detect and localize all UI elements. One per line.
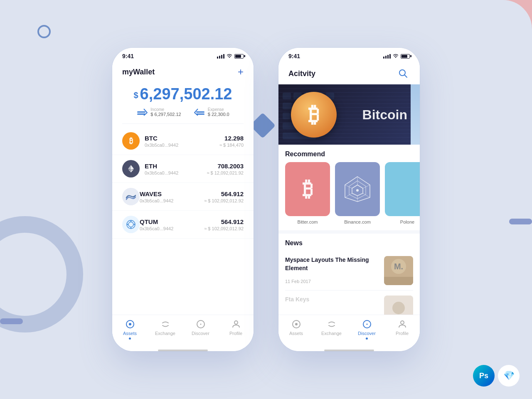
- crypto-item-qtum[interactable]: QTUM 0x3b5ca0...9442 564.912 ≈ $ 102,092…: [112, 211, 254, 239]
- svg-point-12: [127, 224, 128, 225]
- svg-rect-26: [283, 103, 292, 109]
- bitter-label: Bitter.com: [298, 219, 318, 224]
- eth-value: 708.2003 ≈ $ 12,092,021.92: [207, 163, 244, 175]
- status-icons-1: [217, 53, 244, 59]
- bottom-nav-1: Assets Exchange Discover: [112, 315, 254, 348]
- recommend-item-polone[interactable]: Polone: [385, 162, 420, 224]
- bitter-card: ₿: [285, 162, 330, 216]
- svg-point-13: [134, 224, 135, 225]
- btc-icon: ₿: [122, 132, 140, 150]
- status-time-2: 9:41: [288, 53, 300, 59]
- news-item-1[interactable]: Myspace Layouts The Missing Element 11 F…: [285, 251, 413, 291]
- assets-icon-2: [291, 319, 301, 329]
- exchange-icon-1: [160, 319, 170, 329]
- crypto-item-btc[interactable]: ₿ BTC 0x3b5ca0...9442 12.298 ≈ $ 184,470: [112, 127, 254, 155]
- waves-usd: ≈ $ 102,092,012.92: [204, 198, 244, 203]
- discover-icon-2: [362, 319, 372, 329]
- battery-icon-2: [401, 54, 410, 59]
- recommend-section: Recommend ₿ Bitter.com: [278, 145, 420, 230]
- news-section: News Myspace Layouts The Missing Element…: [278, 234, 420, 315]
- expense-texts: Expense $ 22,300.0: [208, 107, 229, 117]
- svg-marker-4: [128, 165, 131, 170]
- polone-card: [385, 162, 420, 216]
- news-headline-1: Myspace Layouts The Missing Element: [285, 256, 379, 272]
- nav-item-exchange-2[interactable]: Exchange: [314, 319, 349, 340]
- eth-address: 0x3b5ca0...9442: [145, 170, 207, 175]
- bg-circle-large: [0, 216, 83, 332]
- nav-item-assets-1[interactable]: Assets: [112, 319, 148, 340]
- nav-item-exchange-1[interactable]: Exchange: [148, 319, 183, 340]
- add-wallet-button[interactable]: +: [238, 67, 244, 77]
- income-icon: [136, 108, 148, 116]
- news-headline-2: Fta Keys: [285, 296, 379, 304]
- signal-bar-6: [385, 56, 387, 59]
- news-text-1: Myspace Layouts The Missing Element 11 F…: [285, 256, 379, 285]
- btc-name: BTC: [145, 135, 219, 142]
- balance-section: $ 6,297,502.12 Income: [112, 81, 254, 123]
- income-value: $ 6,297,502.12: [150, 112, 181, 117]
- btc-info: BTC 0x3b5ca0...9442: [145, 135, 219, 148]
- nav-item-profile-1[interactable]: Profile: [218, 319, 254, 340]
- discover-icon-1: [196, 319, 206, 329]
- nav-label-exchange-2: Exchange: [321, 331, 342, 336]
- crypto-item-waves[interactable]: WAVES 0x3b5ca0...9442 564.912 ≈ $ 102,09…: [112, 183, 254, 211]
- banner-right-strip: [411, 84, 420, 145]
- news-title: News: [285, 234, 413, 251]
- svg-point-9: [128, 222, 133, 227]
- eth-icon: [122, 160, 140, 177]
- phone-wallet: 9:41 myWallet +: [112, 48, 254, 351]
- news-image-2: [384, 296, 413, 315]
- qtum-name: QTUM: [140, 218, 204, 225]
- btc-address: 0x3b5ca0...9442: [145, 143, 219, 148]
- phone-content-2: Acitvity: [278, 61, 420, 351]
- svg-point-55: [401, 321, 404, 324]
- svg-line-39: [363, 185, 370, 188]
- signal-bar-8: [389, 54, 391, 59]
- svg-rect-3: [196, 113, 204, 115]
- news-date-1: 11 Feb 2017: [285, 279, 379, 284]
- signal-bar-1: [217, 57, 218, 59]
- income-texts: Income $ 6,297,502.12: [150, 107, 181, 117]
- search-button[interactable]: [397, 67, 410, 80]
- home-indicator-2: [324, 350, 374, 351]
- balance-value: 6,297,502.12: [140, 85, 232, 103]
- bg-arc-pink: [461, 0, 532, 71]
- svg-point-18: [234, 321, 238, 324]
- phone-content-1: myWallet + $ 6,297,502.12: [112, 61, 254, 351]
- recommend-item-bitter[interactable]: ₿ Bitter.com: [285, 162, 330, 224]
- sketch-icon: 💎: [498, 365, 520, 387]
- svg-point-10: [131, 221, 132, 222]
- nav-item-assets-2[interactable]: Assets: [278, 319, 314, 340]
- svg-rect-1: [137, 113, 145, 115]
- crypto-item-eth[interactable]: ETH 0x3b5ca0...9442 708.2003 ≈ $ 12,092,…: [112, 155, 254, 183]
- status-bar-2: 9:41: [278, 48, 420, 61]
- activity-header: Acitvity: [278, 61, 420, 84]
- status-time-1: 9:41: [122, 53, 134, 59]
- waves-info: WAVES 0x3b5ca0...9442: [140, 190, 204, 203]
- tool-icons: Ps 💎: [473, 365, 520, 387]
- svg-rect-29: [283, 113, 290, 119]
- bitcoin-banner: ₿ Bitcoin: [278, 84, 420, 145]
- phone-activity: 9:41 Acitvity: [278, 48, 420, 351]
- recommend-item-binance[interactable]: Binance.com: [335, 162, 380, 224]
- nav-item-discover-1[interactable]: Discover: [183, 319, 218, 340]
- nav-item-profile-2[interactable]: Profile: [384, 319, 420, 340]
- income-item: Income $ 6,297,502.12: [136, 107, 181, 117]
- wifi-icon-1: [227, 53, 232, 59]
- home-indicator-1: [158, 350, 208, 351]
- recommend-row: ₿ Bitter.com: [278, 162, 420, 230]
- signal-bar-2: [219, 56, 220, 59]
- qtum-icon: [122, 216, 140, 233]
- qtum-info: QTUM 0x3b5ca0...9442: [140, 218, 204, 231]
- eth-usd: ≈ $ 12,092,021.92: [207, 170, 244, 175]
- bg-rect-left: [0, 318, 23, 324]
- eth-info: ETH 0x3b5ca0...9442: [145, 163, 207, 175]
- nav-item-discover-2[interactable]: Discover: [349, 319, 384, 340]
- wallet-header: myWallet +: [112, 61, 254, 81]
- svg-point-11: [131, 227, 132, 229]
- polone-label: Polone: [400, 219, 414, 224]
- crypto-list: ₿ BTC 0x3b5ca0...9442 12.298 ≈ $ 184,470: [112, 124, 254, 315]
- news-text-2: Fta Keys: [285, 296, 379, 315]
- news-item-2[interactable]: Fta Keys: [285, 291, 413, 315]
- qtum-amount: 564.912: [204, 218, 244, 225]
